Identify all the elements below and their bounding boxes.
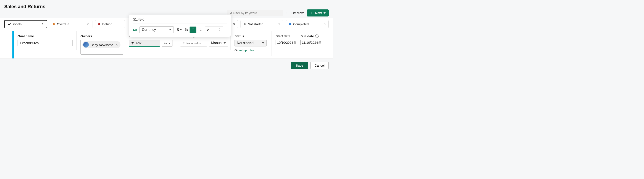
stepper-up-icon[interactable]: ▲	[217, 27, 221, 29]
status-dot-icon	[53, 23, 55, 25]
plus-icon	[310, 11, 314, 15]
start-date-input[interactable]: 10/10/2024	[276, 40, 298, 45]
cancel-button[interactable]: Cancel	[310, 62, 329, 69]
decimal-icon: →.0	[198, 30, 202, 32]
due-date-label: Due date i	[300, 34, 327, 38]
format-type-icon: $%	[133, 28, 137, 32]
percent-button[interactable]: %	[183, 27, 190, 33]
avatar	[83, 42, 89, 48]
format-type-select[interactable]: Currency	[140, 26, 174, 33]
svg-rect-14	[319, 42, 321, 44]
decimals-stepper[interactable]: ▲ ▼	[205, 27, 223, 33]
currency-symbol-button[interactable]: $	[176, 27, 183, 33]
status-dot-icon	[98, 23, 100, 25]
filter-chip-goals[interactable]: Goals 1	[4, 20, 47, 28]
filter-chip-label: Not started	[248, 22, 264, 26]
goal-name-label: Goal name	[18, 34, 72, 38]
chevron-down-icon	[169, 29, 172, 30]
svg-point-0	[230, 12, 231, 14]
start-date-value: 10/10/2024	[277, 41, 293, 44]
save-button[interactable]: Save	[291, 62, 308, 69]
check-icon	[8, 23, 11, 26]
filter-chip-label: Completed	[293, 22, 309, 26]
svg-point-2	[286, 12, 287, 12]
new-button[interactable]: New	[307, 10, 329, 17]
filter-keyword-search[interactable]	[227, 10, 283, 16]
goal-name-input[interactable]	[18, 40, 72, 46]
dollar-icon: $	[177, 28, 179, 32]
calendar-icon	[318, 41, 321, 44]
filter-chip-count: 0	[324, 22, 326, 26]
format-type-value: Currency	[142, 28, 156, 32]
remove-owner-icon[interactable]: ✕	[115, 43, 118, 47]
owners-field[interactable]: Carly Newsome ✕	[80, 40, 123, 55]
setup-rules-link[interactable]: set up rules	[238, 49, 254, 52]
format-preview-value: $1.45K	[133, 18, 227, 22]
target-mode-select[interactable]: Manual	[209, 40, 228, 47]
page-title: Sales and Returns	[4, 4, 329, 10]
filter-chip-count: 1	[42, 22, 44, 26]
link-icon	[164, 42, 167, 45]
new-button-label: New	[315, 11, 322, 15]
filter-chip-completed[interactable]: Completed 0	[286, 20, 329, 28]
owner-chip[interactable]: Carly Newsome ✕	[82, 41, 120, 48]
chevron-down-icon	[168, 43, 170, 44]
chevron-down-icon	[180, 29, 182, 30]
thousands-separator-button[interactable]: ’	[190, 27, 196, 33]
svg-line-1	[231, 13, 232, 14]
filter-chip-label: Behind	[102, 22, 112, 26]
list-view-icon	[286, 11, 290, 15]
svg-rect-10	[294, 42, 296, 44]
chevron-down-icon	[224, 42, 226, 44]
filter-chip-label: Overdue	[57, 22, 69, 26]
filter-chip-not-started[interactable]: Not started 1	[240, 20, 283, 28]
filter-chip-count: 0	[233, 22, 235, 26]
due-date-input[interactable]: 11/10/2024	[300, 40, 327, 45]
filter-chip-label: Goals	[13, 22, 22, 26]
owners-label: Owners	[80, 34, 121, 38]
decimals-input[interactable]	[205, 27, 217, 33]
chevron-down-icon	[324, 13, 326, 14]
owner-name: Carly Newsome	[90, 43, 113, 47]
target-mode-value: Manual	[211, 41, 222, 45]
link-value-button[interactable]	[162, 40, 172, 47]
filter-chip-count: 1	[278, 22, 280, 26]
chevron-down-icon	[262, 42, 264, 44]
status-value: Not started	[237, 41, 254, 45]
percent-icon: %	[185, 28, 188, 32]
apostrophe-icon: ’	[192, 29, 194, 31]
filter-chip-count: 0	[88, 22, 89, 26]
filter-keyword-input[interactable]	[232, 11, 281, 15]
current-value-input[interactable]	[129, 40, 160, 47]
filter-chip-behind[interactable]: Behind	[95, 20, 125, 28]
final-target-input[interactable]	[180, 40, 207, 47]
info-icon[interactable]: i	[315, 35, 318, 38]
calendar-icon	[294, 41, 296, 44]
status-dot-icon	[244, 23, 246, 25]
svg-point-3	[286, 13, 287, 13]
filter-chip-overdue[interactable]: Overdue 0	[50, 20, 92, 28]
status-rules-hint: Or set up rules	[234, 49, 268, 52]
number-format-popover: $1.45K $% Currency $ % ’	[129, 15, 231, 37]
stepper-down-icon[interactable]: ▼	[217, 29, 221, 32]
status-select[interactable]: Not started	[234, 40, 266, 47]
filter-chip-partial[interactable]: 0	[230, 20, 238, 28]
decimal-places-button[interactable]: .00 →.0	[196, 27, 203, 33]
status-dot-icon	[289, 23, 291, 25]
start-date-label: Start date	[276, 34, 298, 38]
list-view-toggle[interactable]: List view	[286, 11, 304, 15]
status-label: Status	[234, 34, 268, 38]
due-date-value: 11/10/2024	[302, 41, 318, 44]
search-icon	[229, 11, 232, 15]
list-view-label: List view	[292, 11, 304, 15]
svg-point-4	[286, 14, 287, 14]
